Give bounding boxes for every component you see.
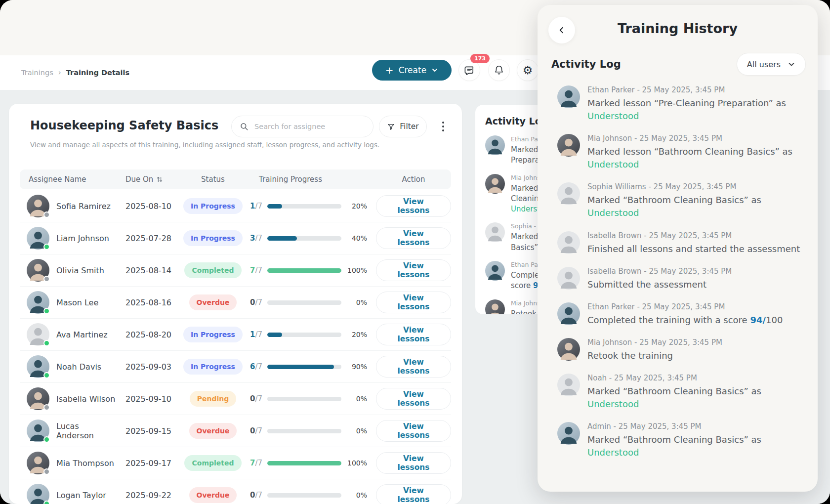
- progress-bar: [267, 204, 341, 209]
- activity-meta: Isabella Brown - 25 May 2025, 3:45 PM: [587, 267, 805, 276]
- avatar: [557, 267, 580, 290]
- activity-message: Marked lesson “Bathroom Cleaning Basics”…: [587, 145, 805, 171]
- gear-icon: ⚙: [523, 65, 533, 76]
- progress-percent: 20%: [346, 331, 367, 338]
- activity-meta: Ethan Parker - 25 May 2025, 3:45 PM: [587, 85, 805, 94]
- table-row: Sofia Ramirez 2025-08-10 In Progress 1/7…: [20, 190, 451, 222]
- progress-percent: 0%: [346, 298, 367, 306]
- app-screen: Trainings › Training Details + Create 17…: [0, 0, 830, 504]
- avatar: [557, 338, 580, 361]
- presence-dot: [43, 501, 50, 504]
- create-button-label: Create: [399, 65, 427, 75]
- due-date: 2025-09-03: [117, 362, 176, 372]
- view-lessons-button[interactable]: View lessons: [376, 195, 451, 217]
- message-segment: 100: [766, 315, 783, 325]
- view-lessons-button[interactable]: View lessons: [376, 484, 451, 504]
- status-badge: In Progress: [183, 359, 243, 375]
- assignee-name: Mason Lee: [56, 298, 98, 307]
- avatar: [27, 195, 49, 217]
- view-lessons-button[interactable]: View lessons: [376, 388, 451, 410]
- due-date: 2025-09-17: [117, 459, 176, 468]
- activity-message: Retook the training: [587, 349, 805, 362]
- activity-meta: Sophia Williams - 25 May 2025, 3:45 PM: [587, 182, 805, 191]
- due-date: 2025-09-15: [117, 426, 176, 436]
- progress-bar: [267, 461, 341, 465]
- all-users-dropdown[interactable]: All users: [737, 53, 806, 76]
- view-lessons-button[interactable]: View lessons: [376, 324, 451, 345]
- create-button[interactable]: + Create: [372, 60, 452, 81]
- activity-meta: Noah - 25 May 2025, 3:45 PM: [587, 374, 805, 382]
- view-lessons-button[interactable]: View lessons: [376, 259, 451, 281]
- presence-dot: [43, 244, 50, 250]
- progress-percent: 100%: [346, 266, 367, 274]
- progress-bar: [267, 365, 341, 369]
- activity-meta: Mia Johnson - 25 May 2025, 3:45 PM: [587, 338, 805, 347]
- message-segment: Understood: [587, 446, 805, 459]
- activity-item: Mia Johnson - 25 May 2025, 3:45 PM Retoo…: [557, 338, 805, 362]
- settings-button[interactable]: ⚙: [517, 59, 539, 81]
- message-segment: Submitted the assessment: [587, 279, 706, 290]
- person-silhouette-icon: [557, 422, 580, 445]
- avatar: [485, 174, 505, 194]
- avatar: [27, 355, 49, 378]
- progress-percent: 0%: [346, 427, 367, 435]
- due-date: 2025-09-22: [117, 491, 176, 500]
- view-lessons-button[interactable]: View lessons: [376, 292, 451, 313]
- progress-bar: [267, 300, 341, 305]
- person-silhouette-icon: [557, 231, 580, 254]
- table-row: Ava Martinez 2025-08-20 In Progress 1/7 …: [20, 319, 451, 351]
- lesson-fraction: 3/7: [250, 234, 262, 243]
- avatar: [27, 387, 49, 410]
- assignee-table: Sofia Ramirez 2025-08-10 In Progress 1/7…: [20, 190, 451, 504]
- message-segment: Completed the training with a score: [587, 315, 750, 325]
- activity-message: Completed the training with a score 94/1…: [587, 314, 805, 327]
- table-row: Olivia Smith 2025-08-14 Completed 7/7 10…: [20, 254, 451, 287]
- status-badge: Overdue: [189, 487, 237, 503]
- due-date: 2025-08-20: [117, 330, 176, 339]
- activity-meta: Mia Johnson - 25 May 2025, 3:45 PM: [587, 134, 805, 143]
- person-silhouette-icon: [557, 302, 580, 325]
- filter-button[interactable]: Filter: [379, 116, 427, 137]
- progress-percent: 0%: [346, 395, 367, 403]
- avatar: [27, 259, 49, 282]
- breadcrumb: Trainings › Training Details: [21, 55, 129, 90]
- person-silhouette-icon: [485, 222, 505, 242]
- message-segment: Marked lesson “Bathroom Cleaning Basics”…: [587, 146, 792, 157]
- lesson-fraction: 1/7: [250, 330, 262, 339]
- table-row: Liam Johnson 2025-07-28 In Progress 3/7 …: [20, 222, 451, 254]
- breadcrumb-separator-icon: ›: [58, 68, 61, 77]
- column-due-on[interactable]: Due On: [117, 175, 176, 184]
- search-assignee-field[interactable]: [231, 116, 374, 137]
- more-options-button[interactable]: [436, 117, 451, 136]
- status-badge: Overdue: [189, 294, 237, 310]
- status-badge: Completed: [184, 455, 241, 471]
- presence-dot: [43, 468, 50, 475]
- person-silhouette-icon: [557, 85, 580, 108]
- status-badge: Overdue: [189, 423, 237, 439]
- view-lessons-button[interactable]: View lessons: [376, 356, 451, 378]
- table-row: Logan Taylor 2025-09-22 Overdue 0/7 0% V…: [20, 479, 451, 504]
- breadcrumb-parent[interactable]: Trainings: [21, 69, 53, 77]
- activity-message: Finished all lessons and started the ass…: [587, 243, 805, 255]
- view-lessons-button[interactable]: View lessons: [376, 452, 451, 474]
- lesson-fraction: 0/7: [250, 394, 262, 403]
- view-lessons-button[interactable]: View lessons: [376, 227, 451, 249]
- avatar: [557, 374, 580, 396]
- due-date: 2025-08-14: [117, 266, 176, 275]
- activity-meta: Isabella Brown - 25 May 2025, 3:45 PM: [587, 231, 805, 240]
- column-assignee: Assignee Name: [20, 175, 117, 184]
- due-date: 2025-07-28: [117, 234, 176, 243]
- avatar: [485, 135, 505, 155]
- presence-dot: [43, 276, 50, 282]
- lesson-fraction: 7/7: [250, 266, 262, 275]
- search-input[interactable]: [253, 122, 365, 131]
- view-lessons-button[interactable]: View lessons: [376, 420, 451, 442]
- activity-item: Ethan Parker - 25 May 2025, 3:45 PM Comp…: [557, 302, 805, 327]
- training-details-card: Housekeeping Safety Basics View and mana…: [9, 104, 462, 504]
- activity-item: Ethan Parker - 25 May 2025, 3:45 PM Mark…: [557, 85, 805, 123]
- table-row: Mia Thompson 2025-09-17 Completed 7/7 10…: [20, 447, 451, 479]
- avatar: [557, 302, 580, 325]
- activity-item: Admin - 25 May 2025, 3:45 PM Marked “Bat…: [557, 422, 805, 459]
- assignee-name: Olivia Smith: [56, 266, 104, 275]
- notifications-button[interactable]: [488, 59, 510, 81]
